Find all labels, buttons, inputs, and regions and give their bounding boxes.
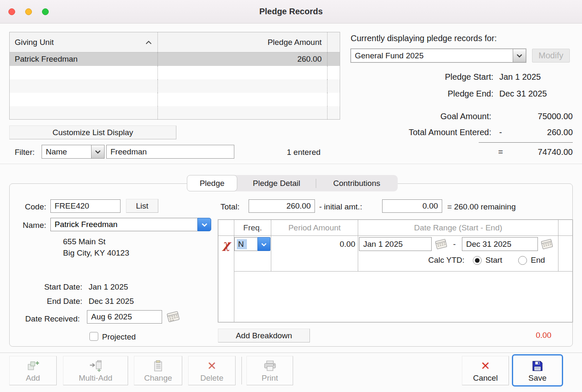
- entered-count: 1 entered: [287, 148, 320, 157]
- multi-add-button[interactable]: Multi-Add: [63, 356, 128, 385]
- breakdown-header-freq: Freq.: [234, 220, 271, 235]
- equals-sign: =: [491, 147, 510, 157]
- delete-label: Delete: [200, 374, 223, 383]
- cell-giving-unit: Patrick Freedman: [10, 52, 157, 66]
- range-end-date-input[interactable]: [462, 237, 538, 251]
- table-row-empty: [10, 106, 340, 119]
- projected-label: Projected: [102, 332, 136, 342]
- toolbar-separator: [241, 357, 242, 384]
- close-window-button[interactable]: [8, 8, 15, 15]
- remaining-row: = 74740.00: [351, 147, 573, 157]
- grid-column-line: [558, 220, 558, 271]
- code-label: Code:: [8, 202, 46, 212]
- save-focus-ring: Save: [512, 354, 563, 387]
- table-row-empty: [10, 66, 340, 79]
- calc-ytd-label: Calc YTD:: [382, 256, 464, 265]
- pledge-start-row: Pledge Start: Jan 1 2025: [378, 72, 541, 82]
- cancel-button[interactable]: ✕ Cancel: [462, 356, 509, 385]
- pledge-start-label: Pledge Start:: [378, 72, 493, 82]
- grid-column-line: [358, 220, 358, 271]
- calc-ytd-start-label: Start: [485, 256, 502, 265]
- calc-ytd-end-radio[interactable]: [518, 256, 527, 265]
- projected-checkbox[interactable]: [89, 332, 98, 341]
- goal-amount-row: Goal Amount: 75000.00: [351, 112, 573, 121]
- chevron-down-icon: [91, 145, 104, 158]
- initial-amount-label: - initial amt.:: [319, 202, 362, 212]
- minimize-window-button[interactable]: [25, 8, 32, 15]
- calc-ytd-end-label: End: [531, 256, 545, 265]
- add-label: Add: [26, 374, 40, 383]
- date-received-input[interactable]: [87, 310, 162, 324]
- tab-contributions[interactable]: Contributions: [316, 175, 397, 191]
- date-range-dash: -: [453, 240, 456, 249]
- end-date-label: End Date:: [17, 297, 82, 306]
- tab-pledge[interactable]: Pledge: [187, 175, 237, 191]
- end-date-value: Dec 31 2025: [89, 297, 134, 306]
- delete-button[interactable]: ✕ Delete: [188, 356, 236, 385]
- customize-list-display-button[interactable]: Customize List Display: [9, 125, 176, 139]
- zoom-window-button[interactable]: [42, 8, 49, 15]
- sum-divider-line: [479, 142, 573, 143]
- start-date-value: Jan 1 2025: [89, 282, 128, 292]
- name-input[interactable]: [50, 218, 197, 231]
- goal-amount-label: Goal Amount:: [351, 112, 491, 121]
- table-header-row: Giving Unit Pledge Amount: [10, 32, 340, 52]
- print-label: Print: [262, 374, 278, 383]
- grid-row-line: [234, 271, 572, 272]
- modify-fund-button[interactable]: Modify: [532, 49, 570, 63]
- name-dropdown-button[interactable]: [197, 218, 211, 231]
- add-button[interactable]: Add: [9, 356, 57, 385]
- print-icon: [263, 360, 277, 372]
- table-row-empty: [10, 79, 340, 93]
- save-label: Save: [528, 374, 546, 383]
- frequency-dropdown-button[interactable]: [257, 237, 270, 251]
- pledge-row-marker-icon: χ: [220, 238, 232, 251]
- table-row[interactable]: Patrick Freedman 260.00: [10, 52, 340, 66]
- initial-amount-input[interactable]: [382, 199, 442, 213]
- fund-dropdown[interactable]: General Fund 2025: [351, 49, 526, 63]
- toolbar-divider: [0, 353, 582, 353]
- filter-label: Filter:: [15, 148, 35, 157]
- fund-dropdown-value: General Fund 2025: [351, 49, 513, 62]
- breakdown-header-period-amount: Period Amount: [271, 220, 358, 235]
- fund-panel-heading: Currently displaying pledge records for:: [351, 34, 497, 43]
- pledge-end-label: Pledge End:: [378, 89, 493, 99]
- remaining-amount-text: = 260.00 remaining: [447, 202, 516, 212]
- filter-value-input[interactable]: [106, 145, 234, 159]
- title-bar: Pledge Records: [0, 0, 582, 24]
- address-line2: Big City, KY 40123: [63, 247, 129, 259]
- calendar-icon[interactable]: [435, 238, 448, 252]
- change-label: Change: [144, 374, 172, 383]
- filter-field-dropdown[interactable]: Name: [42, 145, 105, 159]
- pledge-start-value: Jan 1 2025: [499, 72, 541, 82]
- calc-ytd-start-radio[interactable]: [473, 256, 482, 265]
- sort-ascending-icon: [145, 38, 152, 47]
- filter-field-value: Name: [42, 145, 91, 158]
- giving-unit-table: Giving Unit Pledge Amount Patrick Freedm…: [9, 32, 340, 120]
- list-button[interactable]: List: [126, 199, 158, 213]
- period-amount-value[interactable]: 0.00: [273, 240, 355, 249]
- multi-add-icon: [89, 360, 102, 372]
- calendar-icon[interactable]: [166, 311, 181, 325]
- save-floppy-icon: [532, 360, 543, 372]
- print-button[interactable]: Print: [246, 356, 293, 385]
- name-label: Name:: [8, 221, 46, 230]
- pledge-end-value: Dec 31 2025: [499, 89, 547, 99]
- goal-amount-value: 75000.00: [510, 112, 573, 121]
- chevron-down-icon: [513, 49, 526, 62]
- change-button[interactable]: Change: [134, 356, 182, 385]
- delete-x-icon: ✕: [207, 360, 217, 372]
- column-header-giving-unit[interactable]: Giving Unit: [10, 32, 157, 52]
- add-breakdown-button[interactable]: Add Breakdown: [218, 329, 310, 342]
- frequency-selected-text: N: [237, 239, 247, 249]
- frequency-value[interactable]: N: [234, 237, 257, 251]
- save-button[interactable]: Save: [513, 355, 562, 385]
- range-start-date-input[interactable]: [359, 237, 432, 251]
- code-input[interactable]: [50, 199, 121, 213]
- tab-pledge-detail[interactable]: Pledge Detail: [237, 175, 316, 191]
- column-header-pledge-amount[interactable]: Pledge Amount: [157, 32, 327, 52]
- total-input[interactable]: [249, 199, 315, 213]
- scrollbar-track[interactable]: [327, 52, 340, 66]
- calendar-icon[interactable]: [540, 238, 554, 252]
- total-entered-label: Total Amount Entered:: [351, 128, 491, 137]
